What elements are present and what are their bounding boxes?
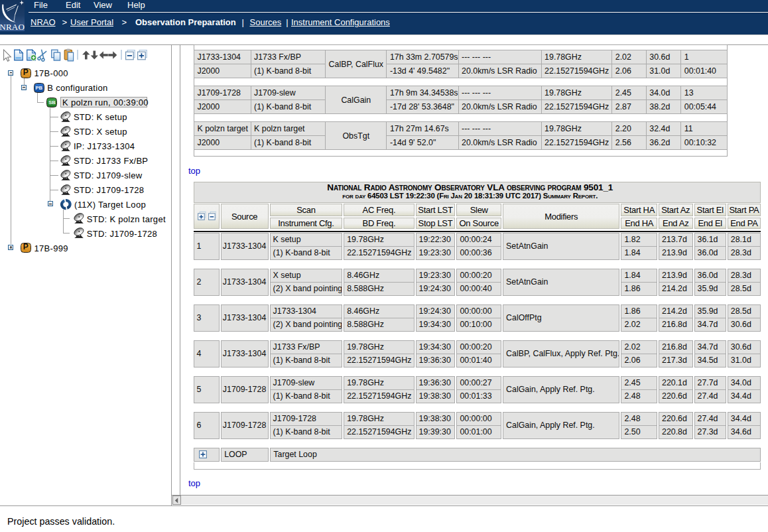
svg-text:NRAO: NRAO xyxy=(0,22,25,31)
